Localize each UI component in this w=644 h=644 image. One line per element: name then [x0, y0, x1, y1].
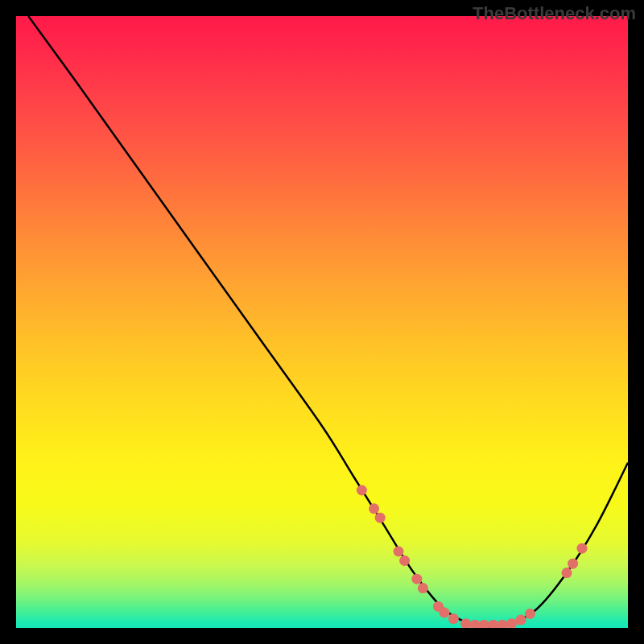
- chart-svg: [16, 16, 628, 628]
- bottleneck-curve: [28, 16, 628, 627]
- marker-dot: [470, 620, 481, 628]
- highlight-markers: [357, 485, 588, 629]
- marker-dot: [562, 568, 572, 578]
- marker-dot: [394, 547, 404, 557]
- marker-dot: [479, 620, 489, 628]
- marker-dot: [516, 615, 526, 625]
- marker-dot: [357, 485, 367, 496]
- marker-dot: [497, 620, 508, 628]
- marker-dot: [440, 608, 450, 618]
- marker-dot: [375, 513, 386, 523]
- watermark-text: TheBottleneck.com: [473, 3, 636, 24]
- marker-dot: [577, 543, 588, 554]
- marker-dot: [568, 559, 578, 569]
- marker-dot: [488, 620, 498, 628]
- marker-dot: [411, 574, 422, 584]
- marker-dot: [369, 503, 379, 514]
- marker-dot: [399, 555, 410, 566]
- marker-dot: [418, 583, 428, 593]
- marker-dot: [525, 609, 535, 619]
- marker-dot: [448, 613, 459, 624]
- marker-dot: [506, 618, 517, 628]
- plot-area: [16, 16, 628, 628]
